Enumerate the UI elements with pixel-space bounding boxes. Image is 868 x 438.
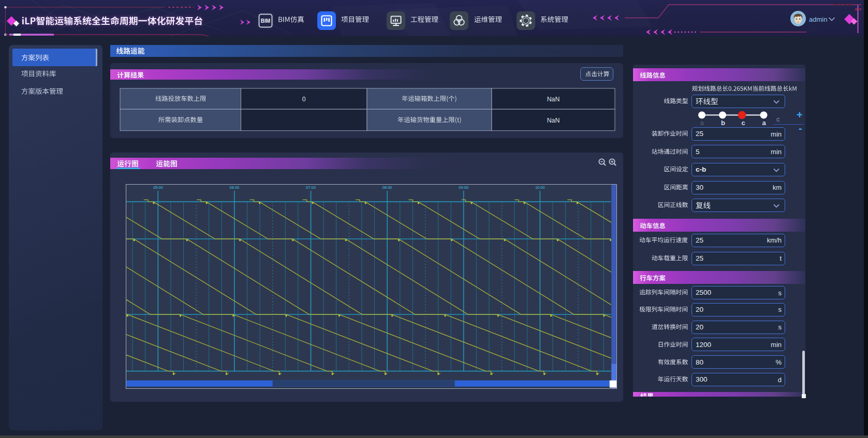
svg-text:05:00: 05:00 [153,185,163,190]
svg-text:10:00: 10:00 [535,185,545,190]
svg-text:06:00: 06:00 [230,185,240,190]
svg-text:07:00: 07:00 [306,185,316,190]
svg-text:08:00: 08:00 [382,185,392,190]
svg-text:09:00: 09:00 [459,185,468,190]
svg-text:BIM: BIM [261,18,270,24]
